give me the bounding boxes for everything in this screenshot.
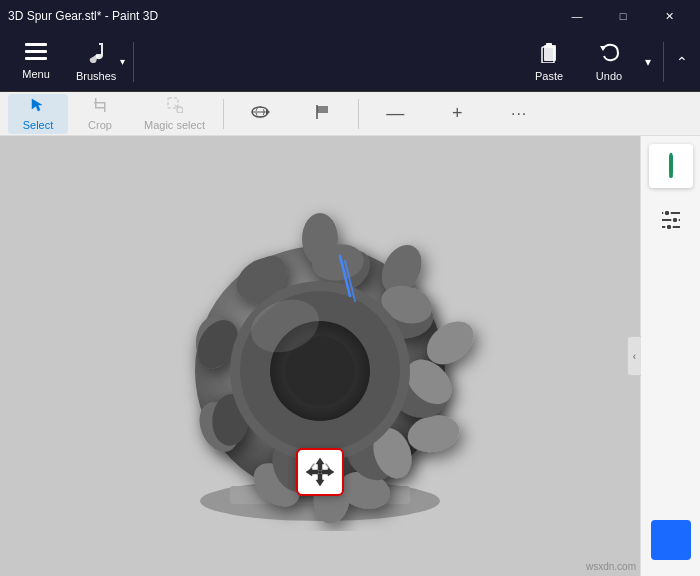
rotate-3d-icon	[250, 104, 270, 124]
svg-rect-1	[25, 50, 47, 53]
flag-button[interactable]	[292, 94, 352, 134]
watermark: wsxdn.com	[586, 561, 636, 572]
more-icon: ···	[511, 105, 527, 123]
add-button[interactable]: +	[427, 94, 487, 134]
right-panel: ‹	[640, 136, 700, 576]
svg-point-62	[672, 217, 678, 223]
svg-rect-6	[546, 43, 552, 47]
command-bar: Select Crop Magic select	[0, 92, 700, 136]
svg-point-60	[664, 210, 670, 216]
maximize-button[interactable]: □	[600, 0, 646, 32]
pen-tool-button[interactable]	[649, 144, 693, 188]
svg-rect-10	[104, 102, 106, 112]
settings-button[interactable]	[649, 196, 693, 240]
brushes-button[interactable]: Brushes	[68, 35, 124, 89]
title-bar: 3D Spur Gear.stl* - Paint 3D — □ ✕	[0, 0, 700, 32]
close-button[interactable]: ✕	[646, 0, 692, 32]
pen-tool-icon	[657, 152, 685, 180]
undo-button[interactable]: Undo	[581, 35, 637, 89]
select-label: Select	[23, 119, 54, 131]
undo-icon	[598, 41, 620, 68]
svg-rect-9	[95, 107, 105, 109]
brushes-icon	[85, 41, 107, 68]
svg-rect-0	[25, 43, 47, 46]
menu-label: Menu	[22, 68, 50, 80]
brushes-label: Brushes	[76, 70, 116, 82]
main-area: wsxdn.com ‹	[0, 136, 700, 576]
more-button[interactable]: ···	[489, 94, 549, 134]
select-icon	[30, 97, 46, 117]
svg-marker-53	[316, 474, 324, 486]
move-rotate-cursor[interactable]	[296, 448, 344, 496]
canvas-area[interactable]: wsxdn.com	[0, 136, 640, 576]
svg-rect-2	[25, 57, 47, 60]
brushes-expand-icon[interactable]: ▾	[120, 56, 125, 67]
menu-icon	[25, 43, 47, 66]
toolbar-separator	[133, 42, 134, 82]
title-bar-controls: — □ ✕	[554, 0, 692, 32]
title-bar-left: 3D Spur Gear.stl* - Paint 3D	[8, 9, 158, 23]
paste-button[interactable]: Paste	[521, 35, 577, 89]
remove-icon: —	[386, 103, 404, 124]
move-cursor-icon	[304, 456, 336, 488]
svg-marker-52	[316, 458, 324, 470]
magic-select-button[interactable]: Magic select	[132, 94, 217, 134]
select-button[interactable]: Select	[8, 94, 68, 134]
toolbar-collapse-icon[interactable]: ⌃	[672, 50, 692, 74]
svg-marker-7	[600, 46, 606, 51]
toolbar-separator2	[663, 42, 664, 82]
svg-point-64	[666, 224, 672, 230]
toolbar: Menu Brushes ▾ Paste	[0, 32, 700, 92]
magic-select-icon	[167, 97, 183, 117]
add-icon: +	[452, 103, 463, 124]
svg-marker-55	[322, 468, 334, 476]
svg-point-58	[669, 174, 673, 178]
gear-container	[0, 136, 640, 576]
panel-collapse-button[interactable]: ‹	[627, 336, 641, 376]
cmd-separator	[223, 99, 224, 129]
crop-label: Crop	[88, 119, 112, 131]
crop-icon	[92, 97, 108, 117]
color-swatch[interactable]	[651, 520, 691, 560]
minimize-button[interactable]: —	[554, 0, 600, 32]
cmd-separator2	[358, 99, 359, 129]
title-bar-title: 3D Spur Gear.stl* - Paint 3D	[8, 9, 158, 23]
magic-select-label: Magic select	[144, 119, 205, 131]
rotate-3d-button[interactable]	[230, 94, 290, 134]
menu-button[interactable]: Menu	[8, 35, 64, 89]
undo-label: Undo	[596, 70, 622, 82]
crop-button[interactable]: Crop	[70, 94, 130, 134]
svg-rect-11	[94, 102, 104, 104]
remove-button[interactable]: —	[365, 94, 425, 134]
paste-label: Paste	[535, 70, 563, 82]
toolbar-right: Paste Undo ▾ ⌃	[521, 35, 692, 89]
svg-marker-57	[669, 153, 673, 156]
flag-icon	[314, 104, 330, 124]
toolbar-expand-chevron[interactable]: ▾	[641, 51, 655, 73]
settings-icon	[659, 206, 683, 230]
svg-marker-54	[306, 468, 318, 476]
paste-icon	[538, 41, 560, 68]
svg-point-56	[318, 470, 322, 474]
